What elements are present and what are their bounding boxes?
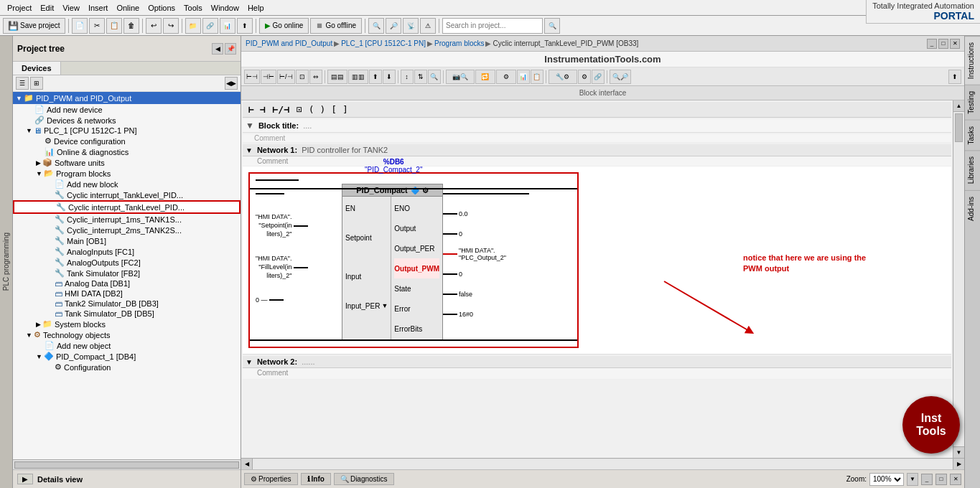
toolbar-online-2[interactable]: 🔎 — [386, 18, 401, 34]
toolbar-online-4[interactable]: ⚠ — [420, 18, 436, 34]
tree-item-online-diag[interactable]: 📊 Online & diagnostics — [13, 146, 241, 157]
ct-btn-5[interactable]: ⇔ — [309, 70, 322, 84]
tree-item-config[interactable]: ⚙ Configuration — [13, 362, 241, 372]
tree-item-tech-objects[interactable]: ▼ ⚙ Technology objects — [13, 329, 241, 340]
ladder-sym-3[interactable]: ⊡ — [294, 103, 305, 116]
ct-btn-10[interactable]: ↕ — [401, 70, 414, 84]
vscroll-track[interactable] — [953, 112, 964, 446]
tree-hscroll[interactable] — [14, 461, 239, 469]
ct-btn-12[interactable]: 🔍 — [428, 70, 441, 84]
right-tab-tasks[interactable]: Tasks — [965, 120, 980, 151]
tree-view-btn2[interactable]: ⊞ — [30, 77, 43, 90]
go-online-button[interactable]: ▶ Go online — [259, 18, 309, 34]
tree-item-tank-sim-db5[interactable]: 🗃 Tank Simulator_DB [DB5] — [13, 309, 241, 319]
network1-arrow[interactable]: ▼ — [246, 146, 253, 154]
go-offline-button[interactable]: ⏹ Go offline — [310, 18, 362, 34]
ct-btn-8[interactable]: ⬆ — [369, 70, 382, 84]
menu-help[interactable]: Help — [243, 4, 269, 12]
tree-pin-btn[interactable]: 📌 — [225, 43, 236, 55]
tree-item-plc1[interactable]: ▼ 🖥 PLC_1 [CPU 1512C-1 PN] — [13, 126, 241, 136]
ct-btn-9[interactable]: ⬇ — [383, 70, 396, 84]
menu-project[interactable]: Project — [3, 4, 36, 12]
tree-item-analog-inputs[interactable]: 🔧 AnalogInputs [FC1] — [13, 246, 241, 257]
menu-online[interactable]: Online — [112, 4, 144, 12]
tree-item-devices-networks[interactable]: 🔗 Devices & networks — [13, 115, 241, 126]
ct-btn-18[interactable]: 🔧⚙ — [549, 70, 577, 84]
ct-expand-btn[interactable]: ⬆ — [948, 70, 961, 84]
tree-arrows-btn[interactable]: ◀▶ — [225, 77, 238, 90]
toolbar-btn-1[interactable]: 📄 — [72, 18, 88, 34]
vscroll-down-btn[interactable]: ▼ — [953, 446, 964, 458]
right-tab-instructions[interactable]: Instructions — [965, 36, 980, 85]
window-max-btn[interactable]: □ — [938, 39, 948, 49]
toolbar-online-1[interactable]: 🔍 — [368, 18, 384, 34]
tree-item-add-device[interactable]: 📄 Add new device — [13, 104, 241, 115]
ct-btn-3[interactable]: ⊢/⊣ — [277, 70, 295, 84]
menu-view[interactable]: View — [58, 4, 84, 12]
toolbar-btn-redo[interactable]: ↪ — [163, 18, 179, 34]
toolbar-btn-undo[interactable]: ↩ — [146, 18, 162, 34]
ct-btn-21[interactable]: 🔍🔎 — [610, 70, 631, 84]
ct-btn-4[interactable]: ⊡ — [296, 70, 309, 84]
tree-item-add-block[interactable]: 📄 Add new block — [13, 179, 241, 189]
status-properties-btn[interactable]: ⚙ Properties — [244, 473, 298, 485]
ct-btn-7[interactable]: ▥▥ — [348, 70, 368, 84]
toolbar-btn-3[interactable]: 📋 — [106, 18, 122, 34]
ct-btn-11[interactable]: ⇅ — [414, 70, 427, 84]
tree-item-dev-config[interactable]: ⚙ Device configuration — [13, 136, 241, 146]
tree-item-add-obj[interactable]: 📄 Add new object — [13, 340, 241, 351]
status-win-min[interactable]: _ — [921, 474, 933, 485]
ct-btn-2[interactable]: ⊣⊢ — [261, 70, 276, 84]
block-title-arrow[interactable]: ▼ — [246, 121, 254, 131]
menu-edit[interactable]: Edit — [36, 4, 58, 12]
right-tab-libraries[interactable]: Libraries — [965, 150, 980, 189]
ladder-sym-1[interactable]: ⊢ ⊣ — [246, 103, 268, 116]
tree-item-pid-compact-db4[interactable]: ▼ 🔷 PID_Compact_1 [DB4] — [13, 351, 241, 362]
search-input[interactable] — [442, 18, 543, 34]
toolbar-btn-5[interactable]: 📁 — [185, 18, 201, 34]
window-min-btn[interactable]: _ — [927, 39, 937, 49]
tree-item-hmi-data-db2[interactable]: 🗃 HMI DATA [DB2] — [13, 288, 241, 299]
tab-devices[interactable]: Devices — [13, 62, 61, 75]
tree-item-tank-sim-fb2[interactable]: 🔧 Tank Simulator [FB2] — [13, 268, 241, 278]
tree-item-analog-outputs[interactable]: 🔧 AnalogOutputs [FC2] — [13, 257, 241, 268]
ct-btn-6[interactable]: ▤▤ — [327, 70, 347, 84]
hscroll-track[interactable] — [253, 459, 953, 469]
tree-item-software-units[interactable]: ▶ 📦 Software units — [13, 157, 241, 168]
hscroll-left-btn[interactable]: ◀ — [241, 459, 253, 470]
toolbar-btn-7[interactable]: 📊 — [220, 18, 235, 34]
tree-item-cyclic4[interactable]: 🔧 Cyclic_interrupt_2ms_TANK2S... — [13, 225, 241, 235]
status-win-max[interactable]: □ — [935, 474, 947, 485]
toolbar-btn-4[interactable]: 🗑 — [123, 18, 139, 34]
ct-btn-15[interactable]: ⚙ — [496, 70, 516, 84]
tree-item-system-blocks[interactable]: ▶ 📁 System blocks — [13, 319, 241, 329]
ct-btn-13[interactable]: 📷🔍 — [446, 70, 475, 84]
ladder-sym-4[interactable]: ( ) — [307, 104, 327, 115]
menu-options[interactable]: Options — [144, 4, 179, 12]
tree-item-cyclic2[interactable]: 🔧 Cyclic interrupt_TankLevel_PID... — [13, 200, 241, 214]
menu-insert[interactable]: Insert — [84, 4, 113, 12]
window-close-btn[interactable]: ✕ — [950, 39, 960, 49]
tree-view-btn1[interactable]: ☰ — [16, 77, 29, 90]
ct-btn-16[interactable]: 📊 — [517, 70, 530, 84]
plc-programming-tab[interactable]: PLC programming — [0, 36, 13, 488]
toolbar-online-3[interactable]: 📡 — [403, 18, 419, 34]
vscroll-up-btn[interactable]: ▲ — [953, 100, 964, 112]
right-tab-addins[interactable]: Add-ins — [965, 190, 980, 227]
ct-btn-14[interactable]: 🔁 — [475, 70, 495, 84]
toolbar-btn-6[interactable]: 🔗 — [202, 18, 218, 34]
ct-btn-19[interactable]: ⚙ — [578, 70, 591, 84]
toolbar-btn-8[interactable]: ⬆ — [237, 18, 253, 34]
save-project-button[interactable]: 💾 Save project — [3, 18, 65, 34]
tree-item-main[interactable]: 🔧 Main [OB1] — [13, 235, 241, 246]
tree-item-cyclic3[interactable]: 🔧 Cyclic_interrupt_1ms_TANK1S... — [13, 214, 241, 225]
ladder-sym-5[interactable]: [ ] — [329, 104, 350, 115]
status-diagnostics-btn[interactable]: 🔍 Diagnostics — [334, 473, 394, 485]
zoom-dropdown-btn[interactable]: ▼ — [907, 473, 918, 486]
ct-btn-1[interactable]: ⊢⊣ — [244, 70, 260, 84]
tree-item-tank2-sim-db3[interactable]: 🗃 Tank2 Simulator_DB [DB3] — [13, 299, 241, 309]
ct-btn-20[interactable]: 🔗 — [592, 70, 605, 84]
tree-item-root[interactable]: ▼ 📁 PID_PWM and PID_Output — [13, 92, 241, 104]
right-tab-testing[interactable]: Testing — [965, 85, 980, 120]
hscroll-right-btn[interactable]: ▶ — [953, 459, 964, 470]
